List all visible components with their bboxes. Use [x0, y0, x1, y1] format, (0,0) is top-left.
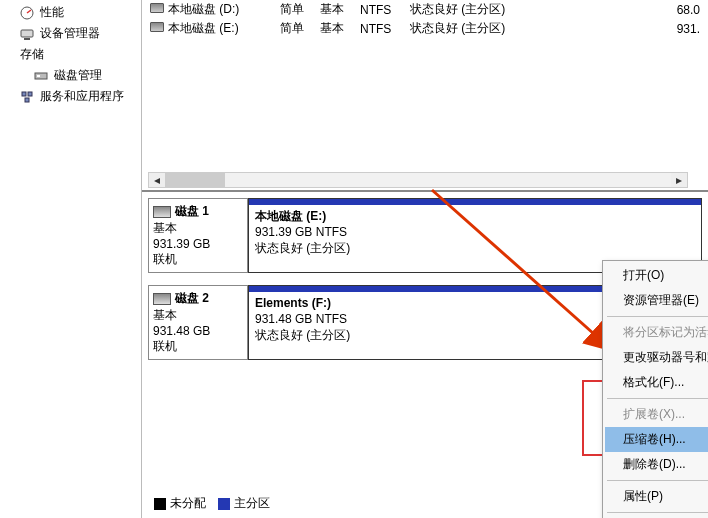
volume-icon	[150, 22, 164, 32]
legend-label-unallocated: 未分配	[170, 496, 206, 510]
volume-name: 本地磁盘 (E:)	[168, 21, 239, 35]
sidebar-item-label: 存储	[20, 46, 44, 63]
volume-layout: 简单	[280, 1, 320, 18]
sidebar-item-label: 磁盘管理	[54, 67, 102, 84]
svg-rect-6	[28, 92, 32, 96]
volume-size: 68.0	[580, 3, 700, 17]
disk-icon	[153, 206, 171, 218]
legend-label-primary: 主分区	[234, 496, 270, 510]
volume-status: 状态良好 (主分区)	[410, 1, 580, 18]
horizontal-scrollbar[interactable]: ◂ ▸	[148, 172, 688, 188]
disk-header[interactable]: 磁盘 1 基本 931.39 GB 联机	[148, 198, 248, 273]
svg-rect-3	[35, 73, 47, 79]
partition-label: 本地磁盘 (E:)	[255, 208, 695, 224]
services-icon	[20, 90, 34, 104]
legend-swatch-unallocated	[154, 498, 166, 510]
scroll-left-arrow[interactable]: ◂	[149, 173, 165, 187]
sidebar-item-label: 设备管理器	[40, 25, 100, 42]
legend: 未分配 主分区	[154, 495, 270, 512]
volume-table: 本地磁盘 (D:) 简单 基本 NTFS 状态良好 (主分区) 68.0 本地磁…	[142, 0, 708, 190]
disk-header[interactable]: 磁盘 2 基本 931.48 GB 联机	[148, 285, 248, 360]
volume-icon	[150, 3, 164, 13]
table-row[interactable]: 本地磁盘 (E:) 简单 基本 NTFS 状态良好 (主分区) 931.	[142, 19, 708, 38]
menu-mark-active: 将分区标记为活动分区(M)	[605, 320, 708, 345]
main-panel: 本地磁盘 (D:) 简单 基本 NTFS 状态良好 (主分区) 68.0 本地磁…	[142, 0, 708, 518]
svg-rect-2	[24, 38, 30, 40]
menu-change-drive-letter[interactable]: 更改驱动器号和路径(C)...	[605, 345, 708, 370]
menu-separator	[607, 316, 708, 317]
sidebar-item-label: 性能	[40, 4, 64, 21]
menu-format[interactable]: 格式化(F)...	[605, 370, 708, 395]
svg-rect-1	[21, 30, 33, 37]
disk-size: 931.48 GB	[153, 324, 243, 338]
partition-status: 状态良好 (主分区)	[255, 240, 695, 256]
volume-fs: NTFS	[360, 3, 410, 17]
menu-separator	[607, 480, 708, 481]
partition-context-menu: 打开(O) 资源管理器(E) 将分区标记为活动分区(M) 更改驱动器号和路径(C…	[602, 260, 708, 518]
disk-mgmt-icon	[34, 69, 48, 83]
sidebar-item-device-manager[interactable]: 设备管理器	[0, 23, 141, 44]
perf-icon	[20, 6, 34, 20]
disk-kind: 基本	[153, 220, 243, 237]
disk-icon	[153, 293, 171, 305]
menu-separator	[607, 512, 708, 513]
volume-fs: NTFS	[360, 22, 410, 36]
sidebar-item-services[interactable]: 服务和应用程序	[0, 86, 141, 107]
volume-type: 基本	[320, 20, 360, 37]
menu-delete-volume[interactable]: 删除卷(D)...	[605, 452, 708, 477]
disk-size: 931.39 GB	[153, 237, 243, 251]
sidebar-item-disk-management[interactable]: 磁盘管理	[0, 65, 141, 86]
volume-name: 本地磁盘 (D:)	[168, 2, 239, 16]
volume-size: 931.	[580, 22, 700, 36]
menu-shrink-volume[interactable]: 压缩卷(H)...	[605, 427, 708, 452]
scroll-right-arrow[interactable]: ▸	[671, 173, 687, 187]
menu-separator	[607, 398, 708, 399]
partition-size: 931.39 GB NTFS	[255, 224, 695, 240]
sidebar-item-label: 服务和应用程序	[40, 88, 124, 105]
disk-title: 磁盘 2	[175, 290, 209, 307]
menu-open[interactable]: 打开(O)	[605, 263, 708, 288]
menu-extend-volume: 扩展卷(X)...	[605, 402, 708, 427]
menu-explorer[interactable]: 资源管理器(E)	[605, 288, 708, 313]
disk-state: 联机	[153, 338, 243, 355]
scroll-thumb[interactable]	[165, 173, 225, 187]
volume-status: 状态良好 (主分区)	[410, 20, 580, 37]
legend-swatch-primary	[218, 498, 230, 510]
disk-state: 联机	[153, 251, 243, 268]
volume-layout: 简单	[280, 20, 320, 37]
sidebar-item-storage[interactable]: 存储	[0, 44, 141, 65]
disk-title: 磁盘 1	[175, 203, 209, 220]
device-mgr-icon	[20, 27, 34, 41]
disk-kind: 基本	[153, 307, 243, 324]
sidebar: 性能 设备管理器 存储 磁盘管理 服务和应用程序	[0, 0, 142, 518]
volume-type: 基本	[320, 1, 360, 18]
svg-rect-7	[25, 98, 29, 102]
sidebar-item-performance[interactable]: 性能	[0, 2, 141, 23]
svg-rect-4	[37, 75, 40, 77]
menu-properties[interactable]: 属性(P)	[605, 484, 708, 509]
table-row[interactable]: 本地磁盘 (D:) 简单 基本 NTFS 状态良好 (主分区) 68.0	[142, 0, 708, 19]
svg-rect-5	[22, 92, 26, 96]
